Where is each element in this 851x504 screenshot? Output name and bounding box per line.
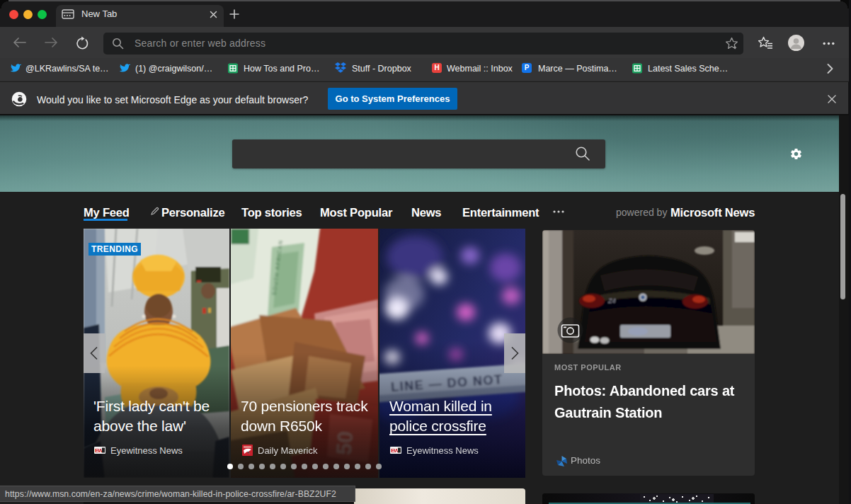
svg-text:Z4: Z4: [607, 297, 616, 304]
